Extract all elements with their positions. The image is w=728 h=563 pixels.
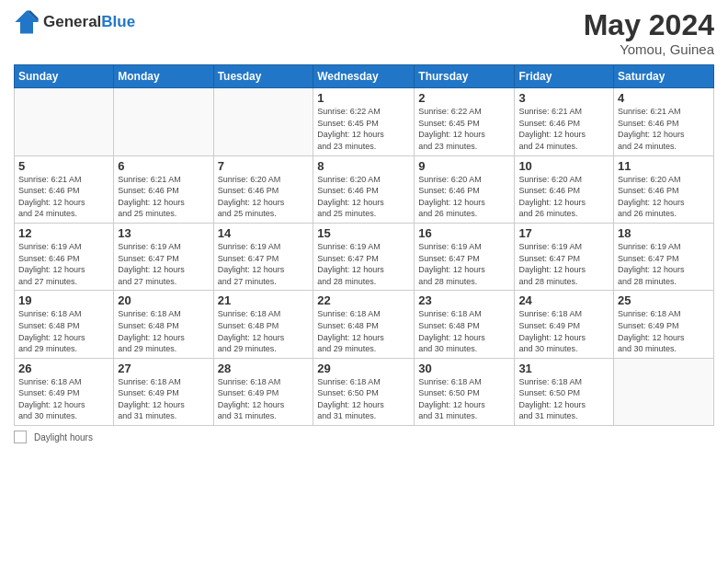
day-info: Sunrise: 6:18 AMSunset: 6:50 PMDaylight:…: [518, 376, 609, 422]
day-info: Sunrise: 6:21 AMSunset: 6:46 PMDaylight:…: [118, 174, 209, 220]
day-number: 1: [317, 91, 410, 105]
logo-text: GeneralBlue: [43, 13, 135, 31]
day-number: 18: [618, 226, 710, 240]
calendar-cell: 29Sunrise: 6:18 AMSunset: 6:50 PMDayligh…: [313, 358, 415, 425]
day-number: 13: [118, 226, 209, 240]
logo: GeneralBlue: [14, 9, 135, 35]
title-block: May 2024 Yomou, Guinea: [584, 9, 714, 57]
day-info: Sunrise: 6:18 AMSunset: 6:49 PMDaylight:…: [518, 308, 609, 354]
calendar-cell: [15, 88, 114, 155]
day-header-saturday: Saturday: [614, 65, 714, 88]
daylight-label: Daylight hours: [34, 432, 93, 442]
calendar-cell: 20Sunrise: 6:18 AMSunset: 6:48 PMDayligh…: [114, 291, 213, 358]
day-info: Sunrise: 6:18 AMSunset: 6:48 PMDaylight:…: [317, 308, 410, 354]
day-number: 22: [317, 293, 410, 307]
calendar-cell: 28Sunrise: 6:18 AMSunset: 6:49 PMDayligh…: [213, 358, 313, 425]
day-number: 25: [618, 293, 710, 307]
calendar-week-1: 5Sunrise: 6:21 AMSunset: 6:46 PMDaylight…: [15, 155, 714, 223]
day-number: 16: [418, 226, 510, 240]
header: GeneralBlue May 2024 Yomou, Guinea: [14, 9, 714, 57]
calendar-cell: 15Sunrise: 6:19 AMSunset: 6:47 PMDayligh…: [313, 223, 415, 290]
day-number: 19: [18, 293, 109, 307]
logo-general: General: [43, 13, 101, 30]
day-number: 31: [518, 362, 609, 375]
calendar-cell: 23Sunrise: 6:18 AMSunset: 6:48 PMDayligh…: [415, 291, 515, 358]
day-info: Sunrise: 6:19 AMSunset: 6:47 PMDaylight:…: [418, 241, 510, 287]
calendar-cell: 26Sunrise: 6:18 AMSunset: 6:49 PMDayligh…: [15, 358, 114, 425]
day-number: 8: [317, 159, 410, 173]
day-number: 24: [518, 293, 609, 307]
day-info: Sunrise: 6:20 AMSunset: 6:46 PMDaylight:…: [618, 174, 710, 220]
day-info: Sunrise: 6:18 AMSunset: 6:48 PMDaylight:…: [418, 308, 510, 354]
day-info: Sunrise: 6:20 AMSunset: 6:46 PMDaylight:…: [418, 174, 510, 220]
day-info: Sunrise: 6:20 AMSunset: 6:46 PMDaylight:…: [317, 174, 410, 220]
day-info: Sunrise: 6:18 AMSunset: 6:49 PMDaylight:…: [118, 376, 209, 422]
calendar-cell: 31Sunrise: 6:18 AMSunset: 6:50 PMDayligh…: [515, 358, 614, 425]
day-header-sunday: Sunday: [15, 65, 114, 88]
daylight-box: [14, 431, 27, 443]
calendar-cell: 2Sunrise: 6:22 AMSunset: 6:45 PMDaylight…: [415, 88, 515, 155]
calendar-cell: 14Sunrise: 6:19 AMSunset: 6:47 PMDayligh…: [213, 223, 313, 290]
calendar-cell: 24Sunrise: 6:18 AMSunset: 6:49 PMDayligh…: [515, 291, 614, 358]
calendar-cell: 25Sunrise: 6:18 AMSunset: 6:49 PMDayligh…: [614, 291, 714, 358]
day-info: Sunrise: 6:19 AMSunset: 6:46 PMDaylight:…: [18, 241, 109, 287]
day-info: Sunrise: 6:19 AMSunset: 6:47 PMDaylight:…: [618, 241, 710, 287]
day-info: Sunrise: 6:22 AMSunset: 6:45 PMDaylight:…: [317, 106, 410, 152]
calendar-cell: 22Sunrise: 6:18 AMSunset: 6:48 PMDayligh…: [313, 291, 415, 358]
day-number: 29: [317, 362, 410, 375]
calendar-cell: 4Sunrise: 6:21 AMSunset: 6:46 PMDaylight…: [614, 88, 714, 155]
day-number: 2: [418, 91, 510, 105]
calendar-cell: 16Sunrise: 6:19 AMSunset: 6:47 PMDayligh…: [415, 223, 515, 290]
calendar-cell: 27Sunrise: 6:18 AMSunset: 6:49 PMDayligh…: [114, 358, 213, 425]
day-number: 28: [218, 362, 310, 375]
day-info: Sunrise: 6:18 AMSunset: 6:49 PMDaylight:…: [618, 308, 710, 354]
day-info: Sunrise: 6:21 AMSunset: 6:46 PMDaylight:…: [618, 106, 710, 152]
calendar-cell: 10Sunrise: 6:20 AMSunset: 6:46 PMDayligh…: [515, 155, 614, 223]
day-info: Sunrise: 6:19 AMSunset: 6:47 PMDaylight:…: [317, 241, 410, 287]
logo-blue: Blue: [101, 13, 135, 30]
calendar-cell: 30Sunrise: 6:18 AMSunset: 6:50 PMDayligh…: [415, 358, 515, 425]
calendar-cell: 17Sunrise: 6:19 AMSunset: 6:47 PMDayligh…: [515, 223, 614, 290]
day-number: 12: [18, 226, 109, 240]
day-header-thursday: Thursday: [415, 65, 515, 88]
day-info: Sunrise: 6:18 AMSunset: 6:48 PMDaylight:…: [18, 308, 109, 354]
calendar-cell: 11Sunrise: 6:20 AMSunset: 6:46 PMDayligh…: [614, 155, 714, 223]
calendar-title: May 2024: [584, 9, 714, 41]
calendar-cell: 21Sunrise: 6:18 AMSunset: 6:48 PMDayligh…: [213, 291, 313, 358]
day-number: 9: [418, 159, 510, 173]
day-number: 21: [218, 293, 310, 307]
day-info: Sunrise: 6:21 AMSunset: 6:46 PMDaylight:…: [18, 174, 109, 220]
day-number: 26: [18, 362, 109, 375]
day-number: 17: [518, 226, 609, 240]
day-number: 5: [18, 159, 109, 173]
calendar-cell: 1Sunrise: 6:22 AMSunset: 6:45 PMDaylight…: [313, 88, 415, 155]
day-info: Sunrise: 6:20 AMSunset: 6:46 PMDaylight:…: [518, 174, 609, 220]
day-info: Sunrise: 6:18 AMSunset: 6:49 PMDaylight:…: [18, 376, 109, 422]
calendar-week-3: 19Sunrise: 6:18 AMSunset: 6:48 PMDayligh…: [15, 291, 714, 358]
day-number: 6: [118, 159, 209, 173]
day-info: Sunrise: 6:18 AMSunset: 6:50 PMDaylight:…: [317, 376, 410, 422]
day-number: 4: [618, 91, 710, 105]
calendar-cell: 7Sunrise: 6:20 AMSunset: 6:46 PMDaylight…: [213, 155, 313, 223]
calendar-cell: 5Sunrise: 6:21 AMSunset: 6:46 PMDaylight…: [15, 155, 114, 223]
calendar-cell: 19Sunrise: 6:18 AMSunset: 6:48 PMDayligh…: [15, 291, 114, 358]
day-number: 15: [317, 226, 410, 240]
day-info: Sunrise: 6:19 AMSunset: 6:47 PMDaylight:…: [218, 241, 310, 287]
day-info: Sunrise: 6:18 AMSunset: 6:48 PMDaylight:…: [218, 308, 310, 354]
generalblue-icon: [14, 9, 40, 35]
footer: Daylight hours: [14, 431, 714, 443]
calendar-cell: 9Sunrise: 6:20 AMSunset: 6:46 PMDaylight…: [415, 155, 515, 223]
calendar-cell: 6Sunrise: 6:21 AMSunset: 6:46 PMDaylight…: [114, 155, 213, 223]
calendar-cell: 12Sunrise: 6:19 AMSunset: 6:46 PMDayligh…: [15, 223, 114, 290]
calendar-table: SundayMondayTuesdayWednesdayThursdayFrid…: [14, 64, 714, 426]
day-info: Sunrise: 6:18 AMSunset: 6:49 PMDaylight:…: [218, 376, 310, 422]
day-number: 11: [618, 159, 710, 173]
day-info: Sunrise: 6:21 AMSunset: 6:46 PMDaylight:…: [518, 106, 609, 152]
day-info: Sunrise: 6:20 AMSunset: 6:46 PMDaylight:…: [218, 174, 310, 220]
day-number: 3: [518, 91, 609, 105]
calendar-week-0: 1Sunrise: 6:22 AMSunset: 6:45 PMDaylight…: [15, 88, 714, 155]
day-number: 7: [218, 159, 310, 173]
calendar-week-2: 12Sunrise: 6:19 AMSunset: 6:46 PMDayligh…: [15, 223, 714, 290]
calendar-cell: 3Sunrise: 6:21 AMSunset: 6:46 PMDaylight…: [515, 88, 614, 155]
svg-marker-1: [15, 10, 38, 33]
